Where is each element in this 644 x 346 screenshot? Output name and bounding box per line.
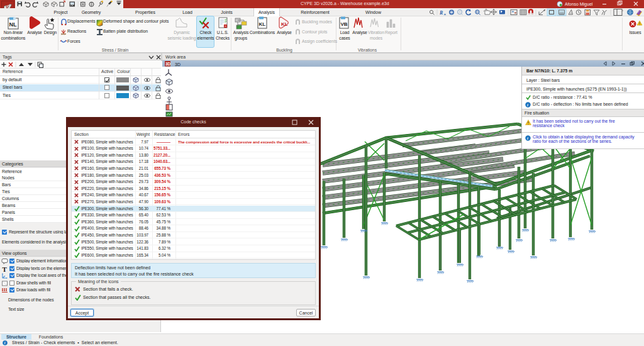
svg-text:R: R <box>439 10 443 16</box>
svg-text:VB: VB <box>341 21 348 27</box>
svg-text:3D: 3D <box>175 62 180 67</box>
svg-text:i: i <box>527 136 528 140</box>
svg-text:NL: NL <box>9 21 17 28</box>
svg-text:3D: 3D <box>165 62 171 66</box>
svg-text:T: T <box>3 265 8 272</box>
svg-text:KL: KL <box>281 21 288 27</box>
svg-text:Afonso Miguel: Afonso Miguel <box>565 2 593 7</box>
svg-text:i: i <box>527 103 528 107</box>
svg-text:KL: KL <box>259 21 266 27</box>
